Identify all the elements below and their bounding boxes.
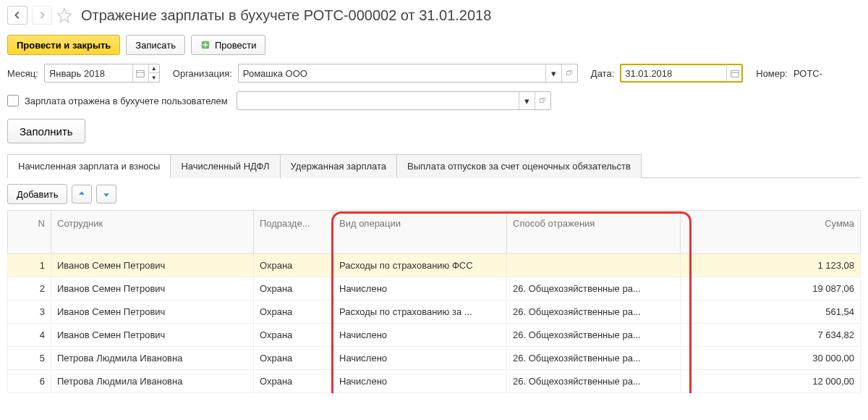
cell-dept: Охрана <box>254 370 333 393</box>
move-up-button[interactable] <box>72 185 92 203</box>
cell-dept: Охрана <box>254 254 333 277</box>
table-row[interactable]: 1Иванов Семен ПетровичОхранаРасходы по с… <box>8 254 861 277</box>
reflected-dropdown-icon[interactable]: ▾ <box>519 92 535 109</box>
month-label: Месяц: <box>7 68 38 79</box>
month-input[interactable]: Январь 2018 ▲▼ <box>44 64 160 83</box>
post-and-close-button[interactable]: Провести и закрыть <box>7 35 120 55</box>
table-row[interactable]: 4Иванов Семен ПетровичОхранаНачислено26.… <box>8 324 861 347</box>
tab-accrued-salary[interactable]: Начисленная зарплата и взносы <box>7 154 171 178</box>
data-table: N Сотрудник Подразде... Вид операции Спо… <box>7 210 861 393</box>
nav-back-button[interactable] <box>7 6 27 25</box>
svg-rect-2 <box>567 72 571 75</box>
col-op-type[interactable]: Вид операции <box>333 211 507 254</box>
post-button-label: Провести <box>215 40 257 51</box>
cell-employee: Петрова Людмила Ивановна <box>51 370 254 393</box>
post-icon <box>200 40 210 50</box>
col-n[interactable]: N <box>8 211 51 254</box>
cell-n: 1 <box>8 254 51 277</box>
col-sum[interactable]: Сумма <box>681 211 861 254</box>
cell-n: 2 <box>8 277 51 301</box>
number-value: РОТС- <box>793 68 822 79</box>
reflected-checkbox[interactable] <box>7 95 19 106</box>
month-value: Январь 2018 <box>49 68 132 79</box>
cell-op-type: Начислено <box>333 370 507 393</box>
cell-dept: Охрана <box>254 277 333 301</box>
cell-op-type: Расходы по страхованию за ... <box>333 301 507 324</box>
cell-method: 26. Общехозяйственные ра... <box>507 347 681 370</box>
month-spinner[interactable]: ▲▼ <box>148 64 159 82</box>
cell-sum: 561,54 <box>681 301 861 324</box>
cell-n: 3 <box>8 301 51 324</box>
cell-method: 26. Общехозяйственные ра... <box>507 277 681 301</box>
move-down-button[interactable] <box>96 185 116 203</box>
svg-rect-1 <box>137 70 145 77</box>
cell-n: 6 <box>8 370 51 393</box>
org-open-icon[interactable] <box>561 64 577 82</box>
org-value: Ромашка ООО <box>243 68 545 79</box>
fill-button[interactable]: Заполнить <box>7 119 85 143</box>
tabs: Начисленная зарплата и взносы Начисленны… <box>7 154 861 178</box>
cell-dept: Охрана <box>254 301 333 324</box>
add-button[interactable]: Добавить <box>7 184 67 204</box>
table-row[interactable]: 5Петрова Людмила ИвановнаОхранаНачислено… <box>8 347 861 370</box>
cell-n: 5 <box>8 347 51 370</box>
reflected-open-icon[interactable] <box>535 92 550 109</box>
tab-withheld[interactable]: Удержанная зарплата <box>280 154 397 178</box>
cell-employee: Иванов Семен Петрович <box>51 254 254 277</box>
col-dept[interactable]: Подразде... <box>254 211 333 254</box>
nav-forward-button[interactable] <box>32 6 52 25</box>
cell-method: 26. Общехозяйственные ра... <box>507 370 681 393</box>
month-calendar-icon[interactable] <box>132 64 148 82</box>
cell-sum: 7 634,82 <box>681 324 861 347</box>
cell-op-type: Начислено <box>333 324 507 347</box>
favorite-star-icon[interactable] <box>56 7 72 23</box>
cell-method: 26. Общехозяйственные ра... <box>507 301 681 324</box>
cell-sum: 1 123,08 <box>681 254 861 277</box>
cell-op-type: Начислено <box>333 347 507 370</box>
number-label: Номер: <box>756 68 788 79</box>
cell-method: 26. Общехозяйственные ра... <box>507 324 681 347</box>
tab-vacation[interactable]: Выплата отпусков за счет оценочных обяза… <box>396 154 642 178</box>
cell-sum: 12 000,00 <box>681 370 861 393</box>
cell-sum: 30 000,00 <box>681 347 861 370</box>
svg-rect-3 <box>731 70 739 77</box>
cell-n: 4 <box>8 324 51 347</box>
cell-employee: Иванов Семен Петрович <box>51 324 254 347</box>
col-method[interactable]: Способ отражения <box>507 211 681 254</box>
org-dropdown-icon[interactable]: ▾ <box>545 64 561 82</box>
col-employee[interactable]: Сотрудник <box>51 211 254 254</box>
tab-ndfl[interactable]: Начисленный НДФЛ <box>170 154 280 178</box>
org-input[interactable]: Ромашка ООО ▾ <box>238 64 578 83</box>
date-calendar-icon[interactable] <box>726 64 742 82</box>
reflected-label: Зарплата отражена в бухучете пользовател… <box>25 96 228 106</box>
table-row[interactable]: 6Петрова Людмила ИвановнаОхранаНачислено… <box>8 370 861 393</box>
cell-op-type: Начислено <box>333 277 507 301</box>
date-value: 31.01.2018 <box>625 68 726 79</box>
post-button[interactable]: Провести <box>191 35 266 55</box>
cell-dept: Охрана <box>254 347 333 370</box>
table-row[interactable]: 2Иванов Семен ПетровичОхранаНачислено26.… <box>8 277 861 301</box>
cell-dept: Охрана <box>254 324 333 347</box>
svg-rect-4 <box>540 99 543 103</box>
cell-sum: 19 087,06 <box>681 277 861 301</box>
date-input[interactable]: 31.01.2018 <box>620 64 743 83</box>
write-button[interactable]: Записать <box>126 35 185 55</box>
page-title: Отражение зарплаты в бухучете РОТС-00000… <box>81 7 491 24</box>
table-row[interactable]: 3Иванов Семен ПетровичОхранаРасходы по с… <box>8 301 861 324</box>
cell-employee: Иванов Семен Петрович <box>51 301 254 324</box>
org-label: Организация: <box>173 68 232 79</box>
cell-employee: Иванов Семен Петрович <box>51 277 254 301</box>
cell-method <box>507 254 681 277</box>
reflected-user-input[interactable]: ▾ <box>237 91 551 110</box>
cell-op-type: Расходы по страхованию ФСС <box>333 254 507 277</box>
cell-employee: Петрова Людмила Ивановна <box>51 347 254 370</box>
date-label: Дата: <box>591 68 614 79</box>
